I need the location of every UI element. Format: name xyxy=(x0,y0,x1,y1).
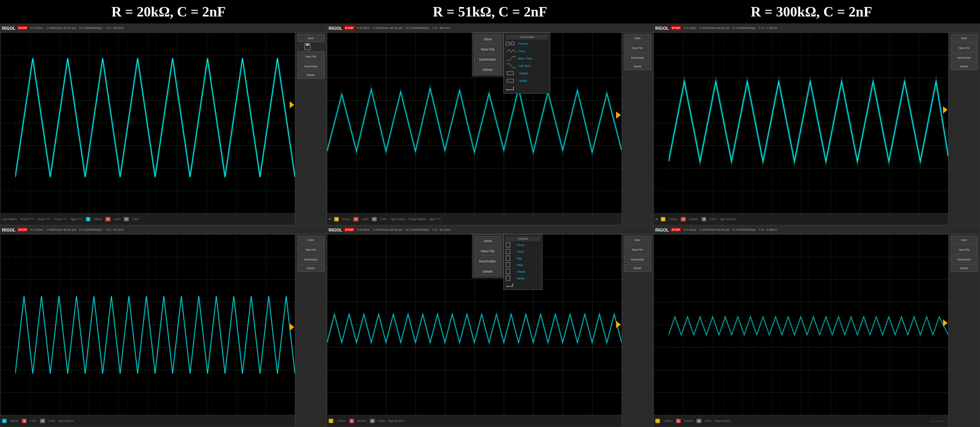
samplerate-3: 1.000GSa/s 60.0k pts xyxy=(700,26,730,30)
save-btn-6[interactable]: Save xyxy=(951,236,978,244)
save-btn-2r[interactable]: Save xyxy=(624,34,651,42)
timebase-3: H 5.00us xyxy=(683,26,696,30)
svg-rect-12 xyxy=(669,33,948,213)
newfolder-btn-2[interactable]: NewFolder xyxy=(474,55,501,64)
newfolder-btn-5r[interactable]: NewFolder xyxy=(624,255,651,263)
title-r51: R = 51kΩ, C = 2nF xyxy=(433,4,547,20)
svg-rect-20 xyxy=(506,249,510,254)
newfile-btn-2[interactable]: New File xyxy=(474,45,501,54)
falltime-icon xyxy=(506,63,517,69)
delete-btn-5r[interactable]: Delete xyxy=(624,264,651,272)
delete-btn-3[interactable]: Delete xyxy=(951,62,978,70)
measure-menu-5: Vertical Vmax Vmin Vpp Vtop Vbase xyxy=(503,234,542,290)
meas-header-horizontal: Horizontal xyxy=(505,34,548,40)
meas-enter[interactable] xyxy=(505,85,548,92)
newfile-btn-6[interactable]: New File xyxy=(951,244,978,255)
vmin-icon xyxy=(506,249,515,254)
newfile-btn-1[interactable]: New File xyxy=(297,51,325,62)
screen-inner-6 xyxy=(669,234,948,415)
meas-enter-5[interactable] xyxy=(505,282,541,288)
timebase-2: H 5.00us xyxy=(357,26,369,30)
rigol-header-4: RIGOL STOP H 5.00us 1.000GSa/s 60.0k pts… xyxy=(0,226,326,234)
newfile-btn-4[interactable]: New File xyxy=(297,244,325,255)
freq-1: *Freq=***** xyxy=(20,218,34,221)
ch4-badge-3: 4 xyxy=(702,217,706,221)
freqb-1: *Freq=***** xyxy=(54,218,67,221)
scope-panel-5: RIGOL STOP H 5.00us 1.000GSa/s 60.0k pts… xyxy=(327,225,653,427)
svg-rect-22 xyxy=(506,262,510,267)
file-menu-5: Save New File NewFolder Delete xyxy=(472,234,503,278)
meas-vbase[interactable]: Vbase xyxy=(505,268,541,275)
vtop-icon xyxy=(506,262,515,268)
scope-bottom-5: 1 1.00mV 3 50.0mV 4 2.00V Vpp=94.0mV xyxy=(327,415,622,427)
rigol-logo-4: RIGOL xyxy=(2,228,16,232)
scope-screen-1 xyxy=(0,33,295,213)
newfolder-btn-2r[interactable]: NewFolder xyxy=(624,54,651,62)
svg-marker-11 xyxy=(506,89,507,91)
svg-rect-3 xyxy=(306,43,309,46)
stop-badge-6: STOP xyxy=(671,228,682,232)
newfolder-btn-6[interactable]: NewFolder xyxy=(951,255,978,263)
meas-nwidth[interactable]: -Width xyxy=(505,77,548,84)
vpp-icon xyxy=(506,255,515,261)
newfile-btn-3[interactable]: New File xyxy=(951,43,978,53)
vpp-6: Vpp=10.8mV xyxy=(715,420,731,422)
ch3-badge-1: 3 xyxy=(105,217,110,221)
newfile-btn-5m[interactable]: New File xyxy=(474,246,501,256)
ch3-badge-2: 3 xyxy=(353,217,358,221)
timebase-6: H 5.00us xyxy=(683,228,696,232)
save-btn-5m[interactable]: Save xyxy=(474,236,501,246)
delete-btn-4[interactable]: Delete xyxy=(297,264,325,272)
ch1-badge-2: 1 xyxy=(334,217,339,221)
samplerate-1: 1.000GSa/s 60.0k pts xyxy=(46,26,76,30)
timebase-5: H 5.00us xyxy=(357,228,369,232)
scope-sidebar-4: Save New File NewFolder Delete xyxy=(295,234,326,427)
delete-btn-6[interactable]: Delete xyxy=(951,264,978,272)
newfile-btn-5r[interactable]: New File xyxy=(624,244,651,255)
save-btn-4[interactable]: Save xyxy=(297,236,325,244)
meas-falltime[interactable]: Fall Time xyxy=(505,62,548,69)
vpp-1: Vpp=368mV xyxy=(2,218,17,221)
ch1-badge-3: 1 xyxy=(661,217,665,221)
svg-marker-25 xyxy=(506,285,507,288)
ch3-badge-5: 3 xyxy=(349,419,354,423)
delete-btn-1[interactable]: Delete xyxy=(297,71,325,79)
svg-rect-6 xyxy=(506,42,509,45)
meas-vmin[interactable]: Vmin xyxy=(505,248,541,255)
title-r20: R = 20kΩ, C = 2nF xyxy=(111,4,226,20)
scope-bottom-1: Vpp=368mV *Freq=***** *Duty=***** *Freq=… xyxy=(0,213,295,225)
delete-btn-5m[interactable]: Delete xyxy=(474,267,501,276)
newfolder-btn-4[interactable]: NewFolder xyxy=(297,255,325,263)
file-menu-2: Save New File NewFolder Delete xyxy=(472,33,503,76)
stop-badge-4: STOP xyxy=(17,228,28,232)
newfolder-btn-3[interactable]: NewFolder xyxy=(951,54,978,62)
meas-freq[interactable]: Freq xyxy=(505,47,548,54)
delay-2: D 0.00000000ps xyxy=(406,26,429,30)
delete-btn-2r[interactable]: Delete xyxy=(624,62,651,70)
scope-screen-6 xyxy=(654,234,948,415)
save-btn-2[interactable]: Save xyxy=(474,34,501,44)
delete-btn-2[interactable]: Delete xyxy=(474,65,501,74)
vpp-2: Vpp=116mV xyxy=(390,218,405,221)
trigger-2: T ♦ ↑ 58.0mV xyxy=(432,26,450,30)
save-btn-1[interactable]: Save xyxy=(297,34,325,42)
scope-sidebar-3: Save New File NewFolder Delete xyxy=(948,33,980,225)
enter-icon-5 xyxy=(506,282,515,288)
meas-vtop[interactable]: Vtop xyxy=(505,262,541,268)
scope-panel-6: RIGOL STOP H 5.00us 1.000GSa/s 60.0k pts… xyxy=(653,225,980,427)
save-btn-3[interactable]: Save xyxy=(951,34,978,42)
meas-risetime[interactable]: Rise Time xyxy=(505,55,548,62)
rigol-header-2: RIGOL STOP H 5.00us 1.000GSa/s 60.0k pts… xyxy=(327,24,653,33)
newfile-btn-2r[interactable]: New File xyxy=(624,43,651,53)
meas-vpp[interactable]: Vpp xyxy=(505,255,541,261)
ch1-badge-5: 1 xyxy=(329,419,333,423)
save-btn-5r[interactable]: Save xyxy=(624,236,651,244)
newfolder-btn-5m[interactable]: NewFolder xyxy=(474,257,501,266)
meas-pwidth[interactable]: +Width xyxy=(505,70,548,77)
newfolder-btn-1[interactable]: NewFolder xyxy=(297,62,325,70)
meas-period[interactable]: Period xyxy=(505,40,548,47)
measure-menu-2: Horizontal Period Freq Rise Time Fall Ti… xyxy=(503,33,550,94)
trigger-6: T ♦ ↑ 4.48mV xyxy=(759,228,777,232)
meas-vamp[interactable]: Vamp xyxy=(505,275,541,281)
meas-vmax[interactable]: Vmax xyxy=(505,242,541,248)
